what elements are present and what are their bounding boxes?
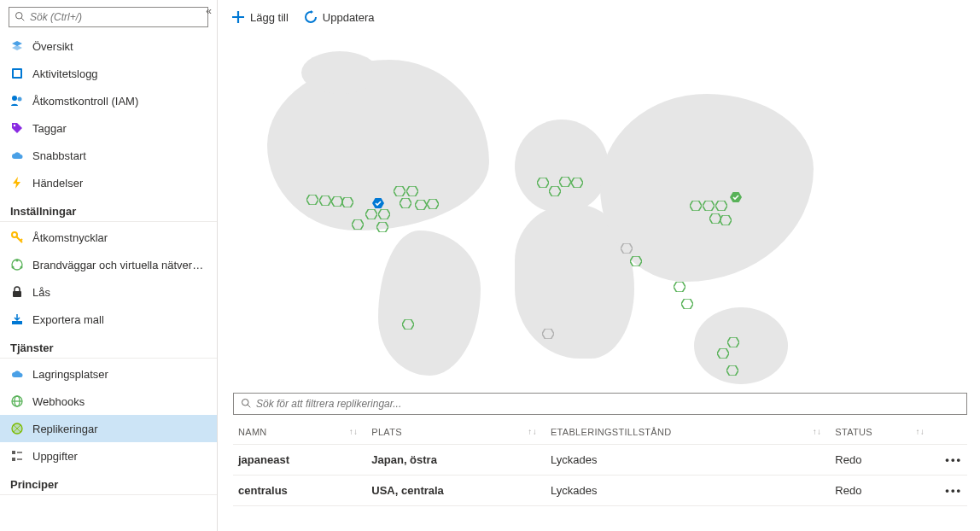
map-marker[interactable] bbox=[376, 222, 388, 232]
map-marker[interactable] bbox=[306, 195, 318, 205]
replications-table: NAMN↑↓ PLATS↑↓ ETABLERINGSTILLSTÅND↑↓ ST… bbox=[233, 420, 967, 506]
nav-header: Principer bbox=[0, 470, 217, 495]
col-status[interactable]: STATUS↑↓ bbox=[830, 420, 933, 445]
world-map bbox=[233, 43, 967, 384]
svg-marker-52 bbox=[681, 299, 693, 309]
bolt-icon bbox=[10, 176, 24, 190]
map-marker[interactable] bbox=[372, 198, 384, 208]
map-marker[interactable] bbox=[402, 319, 414, 330]
table-row[interactable]: japaneastJapan, östraLyckadesRedo••• bbox=[233, 445, 967, 476]
refresh-button[interactable]: Uppdatera bbox=[304, 10, 375, 24]
map-marker[interactable] bbox=[427, 199, 439, 209]
map-marker[interactable] bbox=[681, 299, 693, 309]
sort-icon: ↑↓ bbox=[813, 427, 822, 436]
svg-line-59 bbox=[248, 405, 250, 407]
svg-marker-38 bbox=[427, 199, 439, 209]
map-marker[interactable] bbox=[571, 178, 583, 188]
sidebar-item-tags[interactable]: Taggar bbox=[0, 114, 217, 142]
map-marker[interactable] bbox=[319, 195, 331, 206]
sidebar-item-webhooks[interactable]: Webhooks bbox=[0, 388, 217, 415]
svg-marker-34 bbox=[394, 186, 405, 196]
sidebar-item-overview[interactable]: Översikt bbox=[0, 32, 217, 60]
svg-point-13 bbox=[20, 266, 23, 269]
row-actions[interactable]: ••• bbox=[933, 445, 967, 476]
map-marker[interactable] bbox=[717, 348, 729, 359]
sidebar-item-label: Taggar bbox=[32, 122, 67, 135]
filter-input[interactable] bbox=[256, 398, 960, 410]
sidebar-item-replications[interactable]: Replikeringar bbox=[0, 415, 217, 442]
globe2-icon bbox=[10, 422, 24, 435]
map-marker[interactable] bbox=[674, 282, 685, 292]
map-marker[interactable] bbox=[365, 209, 377, 219]
col-provisioning[interactable]: ETABLERINGSTILLSTÅND↑↓ bbox=[545, 420, 830, 445]
sidebar-item-firewalls[interactable]: Brandväggar och virtuella nätverk (... bbox=[0, 251, 217, 278]
svg-rect-14 bbox=[13, 291, 21, 297]
sidebar-item-activitylog[interactable]: Aktivitetslogg bbox=[0, 60, 217, 87]
sidebar-search-input[interactable] bbox=[30, 11, 202, 23]
map-marker[interactable] bbox=[537, 178, 549, 188]
refresh-button-label: Uppdatera bbox=[323, 11, 375, 24]
col-location[interactable]: PLATS↑↓ bbox=[366, 420, 545, 445]
search-icon bbox=[15, 11, 25, 24]
table-row[interactable]: centralusUSA, centralaLyckadesRedo••• bbox=[233, 476, 967, 506]
cell-name: centralus bbox=[233, 476, 366, 506]
svg-point-0 bbox=[16, 12, 23, 19]
sidebar-item-accesskeys[interactable]: Åtkomstnycklar bbox=[0, 224, 217, 251]
svg-marker-56 bbox=[727, 337, 739, 347]
svg-marker-49 bbox=[621, 243, 633, 254]
map-marker[interactable] bbox=[621, 243, 633, 254]
svg-marker-46 bbox=[720, 215, 732, 225]
sidebar-item-iam[interactable]: Åtkomstkontroll (IAM) bbox=[0, 87, 217, 114]
add-button[interactable]: Lägg till bbox=[231, 10, 289, 24]
sidebar-item-label: Åtkomstkontroll (IAM) bbox=[32, 95, 138, 108]
cell-status: Redo bbox=[830, 445, 933, 476]
svg-marker-45 bbox=[715, 201, 727, 211]
map-landmass bbox=[694, 307, 788, 384]
map-marker[interactable] bbox=[703, 201, 715, 211]
svg-point-11 bbox=[16, 260, 19, 262]
sidebar-item-locks[interactable]: Lås bbox=[0, 278, 217, 306]
map-landmass bbox=[515, 120, 609, 213]
sidebar-collapse-icon[interactable]: « bbox=[206, 5, 212, 17]
people-icon bbox=[10, 94, 24, 108]
map-marker[interactable] bbox=[730, 192, 742, 202]
map-marker[interactable] bbox=[542, 329, 554, 339]
svg-marker-31 bbox=[365, 209, 377, 219]
map-marker[interactable] bbox=[352, 219, 364, 230]
map-marker[interactable] bbox=[549, 186, 561, 196]
map-marker[interactable] bbox=[630, 256, 642, 266]
sidebar-search[interactable] bbox=[9, 7, 208, 27]
sidebar-item-export[interactable]: Exportera mall bbox=[0, 306, 217, 333]
svg-marker-57 bbox=[726, 365, 738, 376]
svg-marker-36 bbox=[400, 198, 411, 208]
map-marker[interactable] bbox=[394, 186, 405, 196]
sidebar-item-repositories[interactable]: Lagringsplatser bbox=[0, 360, 217, 388]
row-actions[interactable]: ••• bbox=[933, 476, 967, 506]
map-marker[interactable] bbox=[341, 197, 353, 207]
map-marker[interactable] bbox=[709, 213, 721, 224]
map-marker[interactable] bbox=[726, 365, 738, 376]
map-marker[interactable] bbox=[400, 198, 411, 208]
map-marker[interactable] bbox=[690, 201, 702, 211]
cloud-icon bbox=[10, 149, 24, 162]
filter-box[interactable] bbox=[233, 393, 967, 415]
sidebar-item-label: Webhooks bbox=[32, 395, 85, 408]
sort-icon: ↑↓ bbox=[349, 427, 359, 436]
cell-provisioning: Lyckades bbox=[545, 445, 830, 476]
sidebar-item-label: Händelser bbox=[32, 177, 83, 190]
sidebar-item-events[interactable]: Händelser bbox=[0, 169, 217, 196]
map-marker[interactable] bbox=[727, 337, 739, 347]
map-marker[interactable] bbox=[415, 200, 427, 210]
map-marker[interactable] bbox=[406, 186, 418, 196]
map-marker[interactable] bbox=[559, 177, 571, 187]
sidebar-item-tasks[interactable]: Uppgifter bbox=[0, 442, 217, 470]
svg-marker-50 bbox=[630, 256, 642, 266]
sidebar-item-quickstart[interactable]: Snabbstart bbox=[0, 142, 217, 169]
map-marker[interactable] bbox=[378, 209, 390, 219]
map-marker[interactable] bbox=[720, 215, 732, 225]
nav-header: Tjänster bbox=[0, 333, 217, 359]
col-name[interactable]: NAMN↑↓ bbox=[233, 420, 366, 445]
main-panel: Lägg till Uppdatera bbox=[218, 0, 980, 531]
map-marker[interactable] bbox=[715, 201, 727, 211]
svg-marker-26 bbox=[319, 195, 331, 206]
